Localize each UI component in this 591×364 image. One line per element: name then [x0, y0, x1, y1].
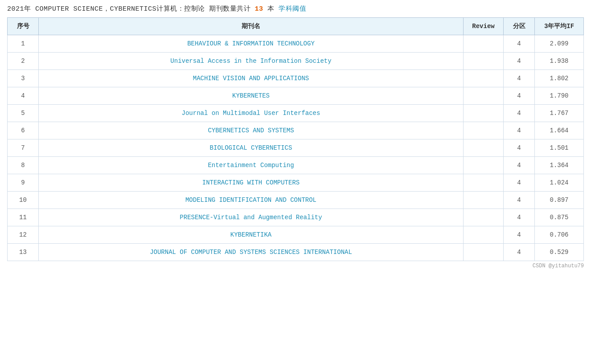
cell-zone: 4: [504, 192, 535, 209]
table-row: 2Universal Access in the Information Soc…: [8, 53, 584, 70]
cell-review: [464, 53, 504, 70]
col-header-zone: 分区: [504, 18, 535, 35]
cell-seq: 10: [8, 192, 39, 209]
cell-journal-name[interactable]: CYBERNETICS AND SYSTEMS: [39, 122, 464, 139]
cell-journal-name[interactable]: BIOLOGICAL CYBERNETICS: [39, 139, 464, 157]
table-row: 13JOURNAL OF COMPUTER AND SYSTEMS SCIENC…: [8, 244, 584, 261]
cell-avg-if: 1.790: [535, 87, 584, 105]
cell-seq: 5: [8, 105, 39, 122]
cell-seq: 11: [8, 209, 39, 226]
table-row: 8Entertainment Computing41.364: [8, 157, 584, 174]
cell-avg-if: 1.024: [535, 174, 584, 192]
cell-review: [464, 70, 504, 87]
cell-zone: 4: [504, 226, 535, 244]
table-row: 7BIOLOGICAL CYBERNETICS41.501: [8, 139, 584, 157]
cell-avg-if: 1.364: [535, 157, 584, 174]
cell-zone: 4: [504, 105, 535, 122]
cell-review: [464, 157, 504, 174]
cell-journal-name[interactable]: MACHINE VISION AND APPLICATIONS: [39, 70, 464, 87]
journals-table: 序号 期刊名 Review 分区 3年平均IF 1BEHAVIOUR & INF…: [7, 17, 584, 261]
cell-avg-if: 1.501: [535, 139, 584, 157]
cell-seq: 1: [8, 35, 39, 53]
cell-seq: 3: [8, 70, 39, 87]
table-row: 4KYBERNETES41.790: [8, 87, 584, 105]
table-row: 10MODELING IDENTIFICATION AND CONTROL40.…: [8, 192, 584, 209]
table-row: 5Journal on Multimodal User Interfaces41…: [8, 105, 584, 122]
header-prefix: 2021年 COMPUTER SCIENCE，CYBERNETICS计算机：控制…: [7, 5, 255, 13]
cell-seq: 12: [8, 226, 39, 244]
cell-avg-if: 0.875: [535, 209, 584, 226]
col-header-review: Review: [464, 18, 504, 35]
cell-journal-name[interactable]: Entertainment Computing: [39, 157, 464, 174]
table-row: 9INTERACTING WITH COMPUTERS41.024: [8, 174, 584, 192]
cell-journal-name[interactable]: Universal Access in the Information Soci…: [39, 53, 464, 70]
table-row: 6CYBERNETICS AND SYSTEMS41.664: [8, 122, 584, 139]
cell-seq: 6: [8, 122, 39, 139]
cell-avg-if: 0.706: [535, 226, 584, 244]
cell-avg-if: 0.897: [535, 192, 584, 209]
cell-review: [464, 139, 504, 157]
cell-zone: 4: [504, 244, 535, 261]
cell-zone: 4: [504, 174, 535, 192]
cell-seq: 7: [8, 139, 39, 157]
cell-avg-if: 1.767: [535, 105, 584, 122]
cell-review: [464, 226, 504, 244]
cell-journal-name[interactable]: KYBERNETIKA: [39, 226, 464, 244]
subject-threshold-link[interactable]: 学科阈值: [279, 5, 306, 13]
cell-seq: 2: [8, 53, 39, 70]
cell-avg-if: 1.802: [535, 70, 584, 87]
cell-review: [464, 209, 504, 226]
cell-avg-if: 1.938: [535, 53, 584, 70]
cell-avg-if: 0.529: [535, 244, 584, 261]
header-suffix: 本: [263, 5, 279, 13]
cell-zone: 4: [504, 139, 535, 157]
cell-seq: 4: [8, 87, 39, 105]
cell-seq: 13: [8, 244, 39, 261]
cell-review: [464, 174, 504, 192]
table-header-row: 序号 期刊名 Review 分区 3年平均IF: [8, 18, 584, 35]
cell-avg-if: 1.664: [535, 122, 584, 139]
header-count: 13: [255, 5, 263, 13]
cell-review: [464, 244, 504, 261]
table-row: 11PRESENCE-Virtual and Augmented Reality…: [8, 209, 584, 226]
cell-journal-name[interactable]: PRESENCE-Virtual and Augmented Reality: [39, 209, 464, 226]
cell-journal-name[interactable]: BEHAVIOUR & INFORMATION TECHNOLOGY: [39, 35, 464, 53]
col-header-journal: 期刊名: [39, 18, 464, 35]
col-header-seq: 序号: [8, 18, 39, 35]
cell-review: [464, 87, 504, 105]
cell-journal-name[interactable]: MODELING IDENTIFICATION AND CONTROL: [39, 192, 464, 209]
table-row: 12KYBERNETIKA40.706: [8, 226, 584, 244]
cell-review: [464, 192, 504, 209]
cell-journal-name[interactable]: Journal on Multimodal User Interfaces: [39, 105, 464, 122]
cell-zone: 4: [504, 53, 535, 70]
col-header-avg-if: 3年平均IF: [535, 18, 584, 35]
cell-seq: 8: [8, 157, 39, 174]
cell-journal-name[interactable]: KYBERNETES: [39, 87, 464, 105]
page-container: 2021年 COMPUTER SCIENCE，CYBERNETICS计算机：控制…: [0, 0, 591, 274]
cell-review: [464, 35, 504, 53]
cell-journal-name[interactable]: INTERACTING WITH COMPUTERS: [39, 174, 464, 192]
cell-seq: 9: [8, 174, 39, 192]
watermark: CSDN @yitahutu79: [7, 263, 584, 269]
cell-journal-name[interactable]: JOURNAL OF COMPUTER AND SYSTEMS SCIENCES…: [39, 244, 464, 261]
table-row: 1BEHAVIOUR & INFORMATION TECHNOLOGY42.09…: [8, 35, 584, 53]
cell-review: [464, 122, 504, 139]
cell-zone: 4: [504, 35, 535, 53]
cell-zone: 4: [504, 87, 535, 105]
cell-zone: 4: [504, 122, 535, 139]
cell-avg-if: 2.099: [535, 35, 584, 53]
cell-review: [464, 105, 504, 122]
table-row: 3MACHINE VISION AND APPLICATIONS41.802: [8, 70, 584, 87]
cell-zone: 4: [504, 157, 535, 174]
page-header: 2021年 COMPUTER SCIENCE，CYBERNETICS计算机：控制…: [7, 4, 584, 13]
cell-zone: 4: [504, 209, 535, 226]
cell-zone: 4: [504, 70, 535, 87]
